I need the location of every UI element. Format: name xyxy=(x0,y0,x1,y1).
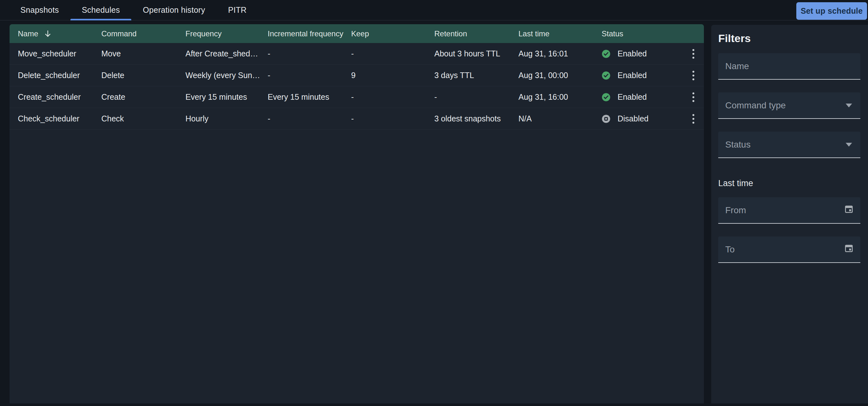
command-type-label: Command type xyxy=(725,100,846,111)
cell-frequency: After Create_shedul… xyxy=(185,49,268,58)
calendar-icon[interactable] xyxy=(844,243,854,256)
cell-incremental-frequency: - xyxy=(268,114,351,123)
column-header-command[interactable]: Command xyxy=(101,29,185,38)
column-header-frequency[interactable]: Frequency xyxy=(185,29,268,38)
table-header-row: Name Command Frequency Incremental frequ… xyxy=(9,24,704,43)
column-header-incremental-frequency[interactable]: Incremental frequency xyxy=(268,29,351,38)
sort-desc-arrow-icon xyxy=(43,29,52,38)
cell-last-time: Aug 31, 16:00 xyxy=(519,92,601,102)
cell-command: Delete xyxy=(101,71,185,80)
table-row: Create_scheduler Create Every 15 minutes… xyxy=(9,86,704,108)
column-header-name[interactable]: Name xyxy=(18,29,101,38)
tab-schedules[interactable]: Schedules xyxy=(70,0,131,20)
cell-keep: - xyxy=(351,92,434,102)
column-header-status[interactable]: Status xyxy=(601,29,688,38)
table-row: Check_scheduler Check Hourly - - 3 oldes… xyxy=(9,108,704,130)
filter-name-field[interactable] xyxy=(718,53,860,80)
cell-name: Create_scheduler xyxy=(18,92,101,102)
tab-pitr[interactable]: PITR xyxy=(217,0,258,20)
status-disabled-icon xyxy=(601,115,611,123)
cell-frequency: Weekly (every Sund… xyxy=(185,71,268,80)
cell-keep: - xyxy=(351,114,434,123)
cell-retention: 3 days TTL xyxy=(434,71,519,80)
cell-keep: - xyxy=(351,49,434,58)
row-actions-menu-icon[interactable] xyxy=(686,111,701,126)
table-row: Move_scheduler Move After Create_shedul…… xyxy=(9,43,704,65)
cell-incremental-frequency: Every 15 minutes xyxy=(268,92,351,102)
column-header-keep[interactable]: Keep xyxy=(351,29,434,38)
status-label: Enabled xyxy=(618,49,647,58)
cell-keep: 9 xyxy=(351,71,434,80)
cell-incremental-frequency: - xyxy=(268,49,351,58)
status-select-label: Status xyxy=(725,139,846,150)
cell-retention: - xyxy=(434,92,519,102)
cell-name: Move_scheduler xyxy=(18,49,101,58)
set-up-schedule-button[interactable]: Set up schedule xyxy=(796,2,867,20)
tab-bar: Snapshots Schedules Operation history PI… xyxy=(0,0,868,21)
cell-last-time: Aug 31, 00:00 xyxy=(519,71,601,80)
cell-status: Disabled xyxy=(601,114,688,123)
status-enabled-icon xyxy=(601,71,611,80)
status-label: Enabled xyxy=(618,92,647,102)
schedules-table: Name Command Frequency Incremental frequ… xyxy=(9,24,704,403)
cell-incremental-frequency: - xyxy=(268,71,351,80)
filter-to-date-field[interactable] xyxy=(718,237,860,263)
row-actions-menu-icon[interactable] xyxy=(686,46,701,62)
cell-command: Check xyxy=(101,114,185,123)
status-label: Disabled xyxy=(618,114,648,123)
cell-command: Move xyxy=(101,49,185,58)
cell-status: Enabled xyxy=(601,92,688,102)
calendar-icon[interactable] xyxy=(844,204,854,216)
cell-last-time: Aug 31, 16:01 xyxy=(519,49,601,58)
cell-status: Enabled xyxy=(601,71,688,80)
tab-snapshots[interactable]: Snapshots xyxy=(9,0,70,20)
cell-frequency: Hourly xyxy=(185,114,268,123)
filters-panel: Filters Command type Status Last time xyxy=(711,25,868,403)
cell-status: Enabled xyxy=(601,49,688,58)
status-enabled-icon xyxy=(601,93,611,102)
chevron-down-icon xyxy=(846,103,852,107)
filter-command-type-select[interactable]: Command type xyxy=(718,92,860,119)
cell-name: Check_scheduler xyxy=(18,114,101,123)
cell-command: Create xyxy=(101,92,185,102)
cell-name: Delete_scheduler xyxy=(18,71,101,80)
column-header-last-time[interactable]: Last time xyxy=(519,29,601,38)
status-enabled-icon xyxy=(601,50,611,58)
filter-status-select[interactable]: Status xyxy=(718,132,860,158)
filters-title: Filters xyxy=(718,31,860,45)
cell-last-time: N/A xyxy=(519,114,601,123)
row-actions-menu-icon[interactable] xyxy=(686,68,701,83)
chevron-down-icon xyxy=(846,143,852,147)
to-date-input[interactable] xyxy=(725,244,844,255)
filter-from-date-field[interactable] xyxy=(718,197,860,224)
cell-retention: About 3 hours TTL xyxy=(434,49,519,58)
column-header-retention[interactable]: Retention xyxy=(434,29,519,38)
status-label: Enabled xyxy=(618,71,647,80)
from-date-input[interactable] xyxy=(725,205,844,215)
cell-frequency: Every 15 minutes xyxy=(185,92,268,102)
cell-retention: 3 oldest snapshots xyxy=(434,114,519,123)
row-actions-menu-icon[interactable] xyxy=(686,90,701,105)
tab-operation-history[interactable]: Operation history xyxy=(131,0,216,20)
name-input[interactable] xyxy=(725,61,854,71)
last-time-section-label: Last time xyxy=(718,179,860,188)
table-row: Delete_scheduler Delete Weekly (every Su… xyxy=(9,65,704,86)
